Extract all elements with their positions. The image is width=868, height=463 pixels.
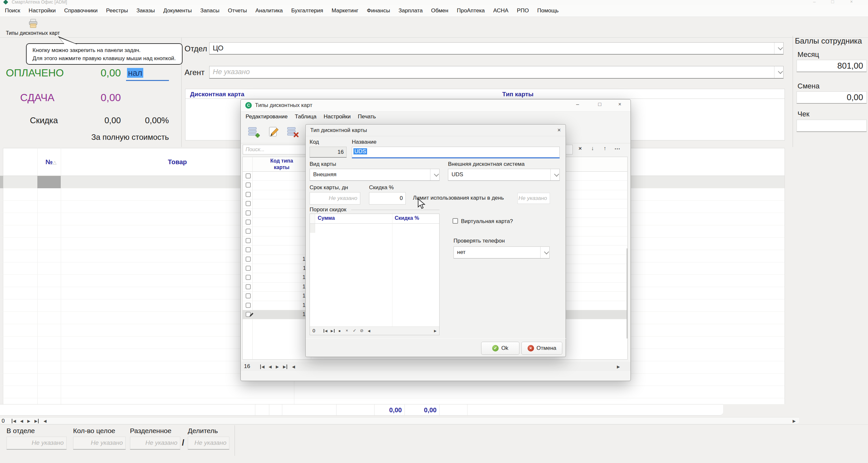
window-menu-item[interactable]: Таблица bbox=[291, 112, 320, 121]
col-discount-card[interactable]: Дисконтная карта bbox=[190, 91, 244, 98]
delete-card-type-button[interactable] bbox=[284, 124, 301, 141]
dept-combo[interactable]: ЦО bbox=[209, 42, 783, 55]
nav-scroll-right-icon[interactable]: ▶ bbox=[793, 419, 796, 423]
row-checkbox[interactable] bbox=[246, 182, 251, 187]
move-down-icon[interactable]: ↓ bbox=[588, 145, 597, 152]
cancel-button[interactable]: × Отмена bbox=[521, 342, 562, 355]
nav-next-icon[interactable]: ▶ bbox=[276, 365, 279, 369]
nav-first-icon[interactable]: ◀ bbox=[260, 365, 265, 369]
minimize-button[interactable]: – bbox=[810, 0, 818, 4]
nav-scroll-left-icon[interactable]: ◀ bbox=[43, 419, 46, 423]
chevron-down-icon[interactable] bbox=[540, 247, 549, 258]
nav-last-icon[interactable]: ▶ bbox=[34, 419, 39, 423]
menu-item[interactable]: Справочники bbox=[60, 4, 102, 17]
in-dept-field[interactable]: Не указано bbox=[6, 437, 67, 450]
menu-item[interactable]: Поиск bbox=[1, 4, 24, 17]
accept-edit-icon[interactable]: ✓ bbox=[353, 328, 356, 333]
dialog-close-icon[interactable]: × bbox=[555, 127, 564, 134]
menu-item[interactable]: Запасы bbox=[196, 4, 223, 17]
menu-item[interactable]: Документы bbox=[159, 4, 196, 17]
close-button[interactable]: × bbox=[847, 0, 856, 4]
chevron-down-icon[interactable] bbox=[774, 66, 783, 78]
col-card-type[interactable]: Тип карты bbox=[502, 91, 533, 98]
menu-item[interactable]: ПроАптека bbox=[453, 4, 489, 17]
menu-item[interactable]: Настройки bbox=[24, 4, 60, 17]
num-column-header[interactable]: № bbox=[37, 158, 61, 166]
delete-row-icon[interactable]: × bbox=[346, 328, 348, 333]
qty-field[interactable]: Не указано bbox=[73, 437, 126, 450]
row-checkbox[interactable] bbox=[246, 303, 251, 308]
nav-prev-icon[interactable]: ◀ bbox=[20, 419, 23, 423]
code-column-header[interactable]: Код типа карты bbox=[266, 158, 298, 171]
sum-column-header[interactable]: Сумма bbox=[318, 215, 335, 221]
nav-first-icon[interactable]: ◀ bbox=[12, 419, 16, 423]
external-system-combo[interactable]: UDS bbox=[448, 169, 560, 181]
row-checkbox[interactable] bbox=[246, 275, 251, 280]
chevron-down-icon[interactable] bbox=[550, 169, 559, 180]
window-menu-item[interactable]: Печать bbox=[354, 112, 380, 121]
menu-item[interactable]: Помощь bbox=[533, 4, 563, 17]
nav-scroll-right-icon[interactable]: ▶ bbox=[617, 365, 620, 369]
stop-edit-icon[interactable]: ■ bbox=[339, 329, 340, 332]
row-checkbox[interactable] bbox=[246, 210, 251, 215]
window-menu-item[interactable]: Редактирование bbox=[242, 112, 291, 121]
chevron-down-icon[interactable] bbox=[774, 42, 783, 54]
add-card-type-button[interactable] bbox=[245, 124, 262, 141]
row-checkbox[interactable] bbox=[246, 192, 251, 197]
nav-last-icon[interactable]: ▶ bbox=[331, 329, 335, 332]
maximize-button[interactable]: □ bbox=[828, 0, 837, 4]
menu-item[interactable]: Заказы bbox=[132, 4, 159, 17]
row-checkbox[interactable] bbox=[246, 284, 251, 289]
term-input[interactable]: Не указано bbox=[310, 192, 360, 204]
clear-filter-icon[interactable]: × bbox=[575, 145, 585, 152]
chevron-down-icon[interactable] bbox=[430, 169, 439, 180]
menu-item[interactable]: Маркетинг bbox=[328, 4, 363, 17]
more-options-icon[interactable]: ⋯ bbox=[612, 145, 622, 152]
row-checkbox[interactable] bbox=[246, 220, 251, 225]
card-types-titlebar[interactable]: C Типы дисконтных карт – □ × bbox=[241, 99, 630, 112]
phone-check-combo[interactable]: нет bbox=[454, 247, 550, 259]
grid-scrollbar[interactable] bbox=[627, 249, 628, 339]
nav-last-icon[interactable]: ▶ bbox=[283, 365, 287, 369]
nav-scroll-right-icon[interactable]: ▶ bbox=[434, 329, 437, 332]
menu-item[interactable]: Бухгалтерия bbox=[287, 4, 327, 17]
nav-first-icon[interactable]: ◀ bbox=[323, 329, 328, 332]
ok-button[interactable]: ✓ Ok bbox=[481, 342, 520, 355]
edit-card-type-button[interactable] bbox=[266, 124, 282, 141]
divider-field[interactable]: Не указано bbox=[188, 437, 229, 450]
menu-item[interactable]: Зарплата bbox=[394, 4, 427, 17]
nav-prev-icon[interactable]: ◀ bbox=[269, 365, 272, 369]
daily-limit-input[interactable]: Не указано bbox=[518, 193, 550, 204]
cancel-edit-icon[interactable]: ⊘ bbox=[360, 328, 364, 333]
split-field[interactable]: Не указано bbox=[130, 437, 180, 450]
discount-column-header[interactable]: Скидка % bbox=[395, 215, 419, 221]
payment-method-field[interactable]: нал bbox=[127, 68, 143, 78]
window-maximize-button[interactable]: □ bbox=[595, 102, 604, 107]
row-checkbox[interactable] bbox=[246, 257, 251, 262]
window-minimize-button[interactable]: – bbox=[573, 102, 583, 107]
menu-item[interactable]: Финансы bbox=[363, 4, 394, 17]
menu-item[interactable]: Аналитика bbox=[251, 4, 287, 17]
menu-item[interactable]: АСНА bbox=[489, 4, 513, 17]
nav-scroll-left-icon[interactable]: ◀ bbox=[292, 365, 295, 369]
row-checkbox[interactable] bbox=[246, 229, 251, 234]
row-checkbox[interactable] bbox=[246, 293, 251, 298]
row-checkbox[interactable] bbox=[246, 201, 251, 206]
kind-combo[interactable]: Внешняя bbox=[310, 169, 439, 181]
window-close-button[interactable]: × bbox=[615, 102, 625, 107]
menu-item[interactable]: Реестры bbox=[102, 4, 132, 17]
move-up-icon[interactable]: ↑ bbox=[600, 145, 610, 152]
row-checkbox[interactable] bbox=[246, 266, 251, 271]
window-menu-item[interactable]: Настройки bbox=[320, 112, 354, 121]
nav-next-icon[interactable]: ▶ bbox=[27, 419, 30, 423]
menu-item[interactable]: Отчеты bbox=[224, 4, 251, 17]
name-input[interactable]: UDS bbox=[352, 147, 560, 158]
row-checkbox[interactable] bbox=[246, 238, 251, 243]
dialog-titlebar[interactable]: Тип дисконтной карты × bbox=[306, 124, 565, 136]
card-types-toolbar-button[interactable]: Типы дисконтных карт bbox=[1, 18, 65, 37]
discount-pct-input[interactable]: 0 bbox=[369, 192, 406, 204]
virtual-card-checkbox[interactable] bbox=[453, 218, 458, 224]
agent-combo[interactable]: Не указано bbox=[209, 66, 783, 79]
row-checkbox[interactable] bbox=[246, 247, 251, 252]
menu-item[interactable]: РПО bbox=[513, 4, 533, 17]
